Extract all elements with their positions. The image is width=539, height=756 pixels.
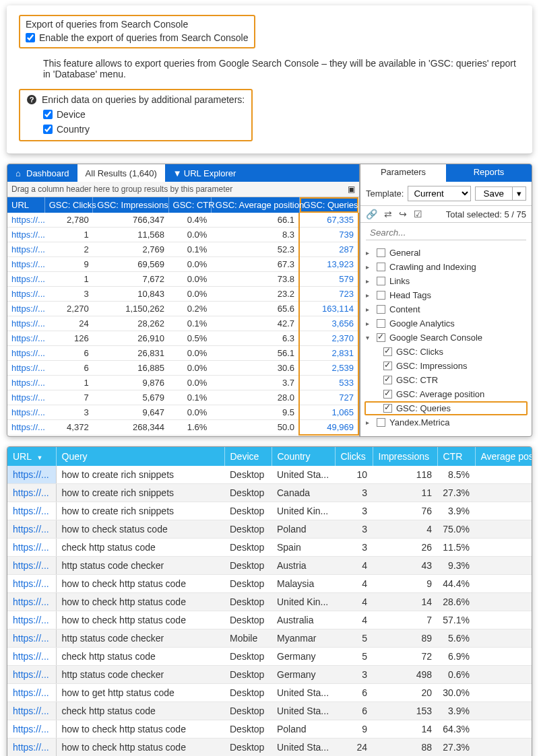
tab-reports[interactable]: Reports (446, 164, 532, 182)
save-button[interactable]: Save (475, 186, 512, 201)
tree-checkbox[interactable] (377, 291, 385, 300)
col-header[interactable]: GSC: Impressions (93, 197, 168, 213)
table-row[interactable]: https://...2,2701,150,2620.2%65.6163,114 (7, 302, 358, 316)
device-input[interactable] (43, 110, 53, 119)
table-row[interactable]: https://...how to check http status code… (7, 575, 532, 593)
table-row[interactable]: https://...2428,2620.1%42.73,656 (7, 316, 358, 331)
table-row[interactable]: https://...http status code checkerMobil… (7, 629, 532, 648)
col-header[interactable]: Device (224, 447, 272, 466)
col-header[interactable]: Query (56, 447, 224, 466)
chevron-icon[interactable]: ▸ (366, 320, 373, 327)
tree-checkbox[interactable] (383, 347, 392, 356)
table-row[interactable]: https://...19,8760.0%3.7533 (7, 376, 358, 390)
col-header[interactable]: GSC: Queries (299, 197, 358, 213)
chevron-icon[interactable]: ▸ (366, 419, 373, 426)
tab-dashboard[interactable]: ⌂ Dashboard (7, 164, 77, 182)
tree-checkbox[interactable] (383, 390, 392, 399)
table-row[interactable]: https://...111,5680.0%8.3739 (7, 228, 358, 242)
table-row[interactable]: https://...75,6790.1%28.0727 (7, 390, 358, 405)
table-row[interactable]: https://...how to check http status code… (7, 720, 532, 738)
table-row[interactable]: https://...22,7690.1%52.3287 (7, 242, 358, 257)
table-row[interactable]: https://...how to check status codeDeskt… (7, 520, 532, 539)
table-row[interactable]: https://...969,5690.0%67.313,923 (7, 257, 358, 272)
save-dropdown[interactable]: ▾ (512, 186, 526, 201)
tree-item[interactable]: ▸Content (364, 302, 528, 316)
table-row[interactable]: https://...39,6470.0%9.51,065 (7, 405, 358, 420)
tree-checkbox[interactable] (377, 263, 385, 271)
table-row[interactable]: https://...310,8430.0%23.2723 (7, 287, 358, 302)
tab-all-results[interactable]: All Results (1,640) (77, 164, 165, 182)
tree-checkbox[interactable] (377, 248, 385, 257)
tab-parameters[interactable]: Parameters (360, 164, 446, 182)
enable-export-checkbox[interactable]: Enable the export of queries from Search… (26, 32, 249, 43)
tree-checkbox[interactable] (377, 333, 385, 342)
col-header[interactable]: GSC: Average position (211, 197, 299, 213)
table-row[interactable]: https://...how to check http status code… (7, 593, 532, 611)
tree-child-item[interactable]: GSC: CTR (364, 373, 528, 387)
chevron-icon[interactable]: ▸ (366, 306, 373, 313)
tree-checkbox[interactable] (377, 418, 385, 427)
col-header[interactable]: URL ▼ (7, 447, 56, 466)
col-header[interactable]: URL (7, 197, 44, 213)
tree-checkbox[interactable] (383, 376, 392, 384)
country-input[interactable] (43, 125, 53, 134)
chevron-icon[interactable]: ▾ (366, 334, 373, 341)
table-row[interactable]: https://...4,372268,3441.6%50.049,969 (7, 420, 358, 436)
tab-url-explorer[interactable]: ▼ URL Explorer (165, 164, 245, 182)
tree-item[interactable]: ▸General (364, 246, 528, 260)
col-header[interactable]: GSC: CTR (168, 197, 211, 213)
tree-checkbox[interactable] (383, 404, 392, 413)
table-row[interactable]: https://...check http status codeDesktop… (7, 702, 532, 720)
tree-item[interactable]: ▾Google Search Console (364, 331, 528, 345)
col-header[interactable]: GSC: Clicks (44, 197, 93, 213)
table-row[interactable]: https://...how to create rich snippetsDe… (7, 466, 532, 484)
table-row[interactable]: https://...how to check http status code… (7, 611, 532, 629)
table-row[interactable]: https://...how to check http status code… (7, 738, 532, 757)
tree-checkbox[interactable] (377, 319, 385, 328)
col-header[interactable]: Impressions (373, 447, 437, 466)
table-row[interactable]: https://...how to create rich snippetsDe… (7, 502, 532, 520)
device-checkbox[interactable]: Device (43, 109, 245, 120)
table-row[interactable]: https://...http status code checkerDeskt… (7, 666, 532, 684)
table-row[interactable]: https://...12626,9100.5%6.32,370 (7, 331, 358, 346)
tree-item[interactable]: ▸Crawling and Indexing (364, 260, 528, 274)
tree-item[interactable]: ▸Google Analytics (364, 316, 528, 331)
scroll-up-icon[interactable]: ▣ (348, 184, 355, 194)
table-row[interactable]: https://...17,6720.0%73.8579 (7, 272, 358, 287)
swap-icon[interactable]: ⇄ (384, 209, 392, 219)
table-row[interactable]: https://...http status code checkerDeskt… (7, 557, 532, 575)
tree-item[interactable]: ▸Head Tags (364, 288, 528, 302)
col-header[interactable]: CTR (437, 447, 475, 466)
chevron-icon[interactable]: ▸ (366, 249, 373, 256)
table-row[interactable]: https://...626,8310.0%56.12,831 (7, 346, 358, 361)
tree-child-item[interactable]: GSC: Clicks (364, 345, 528, 359)
tree-item[interactable]: ▸Links (364, 274, 528, 288)
table-row[interactable]: https://...check http status codeDesktop… (7, 539, 532, 557)
table-row[interactable]: https://...2,780766,3470.4%66.167,335 (7, 213, 358, 228)
tree-checkbox[interactable] (377, 305, 385, 314)
tree-search-input[interactable] (366, 226, 526, 240)
country-checkbox[interactable]: Country (43, 124, 245, 135)
col-header[interactable]: Average position (475, 447, 532, 466)
table-row[interactable]: https://...check http status codeDesktop… (7, 648, 532, 666)
group-hint[interactable]: Drag a column header here to group resul… (7, 182, 359, 197)
col-header[interactable]: Country (272, 447, 335, 466)
chevron-icon[interactable]: ▸ (366, 291, 373, 299)
tree-child-item[interactable]: GSC: Average position (364, 387, 528, 401)
redo-icon[interactable]: ↪ (399, 209, 407, 219)
chevron-icon[interactable]: ▸ (366, 277, 373, 285)
template-select[interactable]: Current (408, 186, 470, 201)
tree-checkbox[interactable] (377, 277, 385, 285)
table-row[interactable]: https://...how to create rich snippetsDe… (7, 484, 532, 502)
col-header[interactable]: Clicks (335, 447, 373, 466)
check-icon[interactable]: ☑ (414, 209, 422, 219)
help-icon[interactable]: ? (27, 95, 36, 104)
enable-export-input[interactable] (26, 33, 35, 42)
tree-checkbox[interactable] (383, 362, 392, 370)
tree-child-item[interactable]: GSC: Queries (364, 401, 528, 415)
chevron-icon[interactable]: ▸ (366, 263, 373, 271)
link-icon[interactable]: 🔗 (366, 209, 377, 219)
table-row[interactable]: https://...616,8850.0%30.62,539 (7, 361, 358, 376)
table-row[interactable]: https://...how to get http status codeDe… (7, 684, 532, 702)
tree-item[interactable]: ▸Yandex.Metrica (364, 415, 528, 429)
